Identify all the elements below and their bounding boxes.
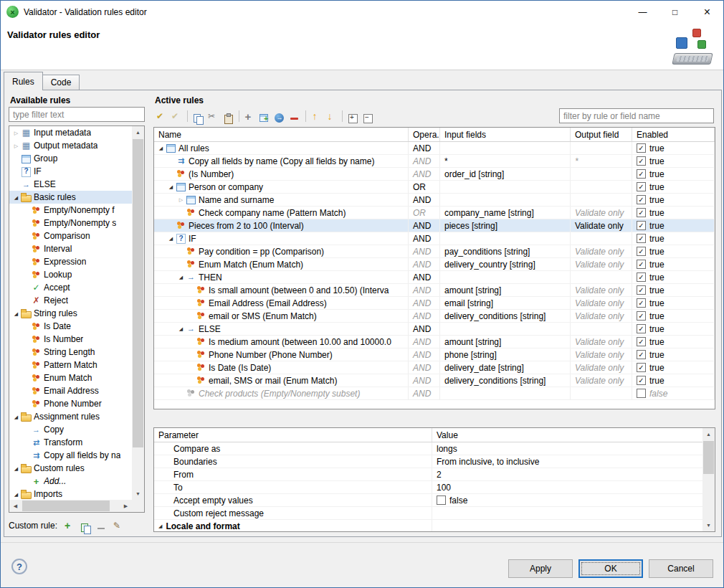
tree-horizontal-scrollbar[interactable]: ◀ ▶ <box>9 500 132 512</box>
copy-rule-button[interactable] <box>191 110 204 123</box>
rule-enabled-checkbox[interactable]: ✓ <box>637 285 646 295</box>
rule-row[interactable]: Check company name (Pattern Match)ORcomp… <box>154 207 715 219</box>
column-header[interactable]: Enabled <box>632 128 715 141</box>
scroll-up-icon[interactable]: ▲ <box>702 428 715 440</box>
column-header-parameter[interactable]: Parameter <box>154 428 432 442</box>
rule-row[interactable]: Phone Number (Phone Number)ANDphone [str… <box>154 348 715 361</box>
rule-row[interactable]: ◢All rulesAND✓true <box>154 142 715 155</box>
tree-expander-icon[interactable]: ▷ <box>11 143 21 148</box>
tree-item[interactable]: Add... <box>9 475 132 488</box>
rule-enabled-checkbox[interactable] <box>637 389 646 398</box>
rule-row[interactable]: Enum Match (Enum Match)ANDdelivery_count… <box>154 258 715 271</box>
tree-item[interactable]: ◢Assignment rules <box>9 410 132 423</box>
tree-item[interactable]: Accept <box>9 281 132 294</box>
active-rules-filter-input[interactable] <box>559 108 714 123</box>
rule-enabled-checkbox[interactable]: ✓ <box>637 363 646 372</box>
parameter-row[interactable]: Compare aslongs <box>154 442 715 455</box>
rule-row[interactable]: email, SMS or mail (Enum Match)ANDdelive… <box>154 374 715 387</box>
tree-item[interactable]: Empty/Nonempty s <box>9 217 132 229</box>
add-rule-button[interactable] <box>242 110 256 123</box>
tree-item[interactable]: Group <box>9 152 132 165</box>
rule-enabled-checkbox[interactable]: ✓ <box>637 208 646 217</box>
rule-enabled-checkbox[interactable]: ✓ <box>637 221 646 230</box>
rule-enabled-checkbox[interactable]: ✓ <box>637 195 646 204</box>
ok-button[interactable]: OK <box>578 559 643 578</box>
scroll-down-icon[interactable]: ▼ <box>132 488 144 500</box>
tab-rules[interactable]: Rules <box>4 72 43 90</box>
rule-enabled-checkbox[interactable]: ✓ <box>637 247 646 256</box>
rule-row[interactable]: Is Date (Is Date)ANDdelivery_date [strin… <box>154 361 715 374</box>
tree-item[interactable]: Lookup <box>9 268 132 281</box>
close-button[interactable]: × <box>691 1 723 23</box>
column-header[interactable]: Opera... <box>409 128 440 141</box>
tree-vertical-scrollbar[interactable]: ▲ ▼ <box>132 126 144 500</box>
tree-hscroll-thumb[interactable] <box>22 501 110 511</box>
rule-row[interactable]: ▷Name and surnameAND✓true <box>154 194 715 207</box>
parameter-row[interactable]: Custom reject message <box>154 507 715 520</box>
tree-item[interactable]: Expression <box>9 255 132 268</box>
column-header-value[interactable]: Value <box>432 428 715 442</box>
available-rules-filter-input[interactable] <box>9 107 145 122</box>
apply-button[interactable]: Apply <box>508 559 573 578</box>
tree-item[interactable]: ◢Custom rules <box>9 462 132 475</box>
scroll-right-icon[interactable]: ▶ <box>120 500 132 512</box>
rule-enabled-checkbox[interactable]: ✓ <box>637 337 646 346</box>
tree-item[interactable]: Transform <box>9 436 132 449</box>
tree-expander-icon[interactable]: ◢ <box>11 466 21 471</box>
rule-row[interactable]: (Is Number)ANDorder_id [string]✓true <box>154 168 715 181</box>
tree-item[interactable]: Comparison <box>9 229 132 242</box>
expand-all-button[interactable] <box>346 110 359 123</box>
rule-enabled-checkbox[interactable]: ✓ <box>637 298 646 308</box>
rule-row[interactable]: Copy all fields by name (Copy all fields… <box>154 155 715 168</box>
rule-row[interactable]: Check products (Empty/Nonempty subset)AN… <box>154 387 715 400</box>
available-rules-tree[interactable]: ▷Input metadata▷Output metadataGroupIFEL… <box>9 126 132 500</box>
minimize-button[interactable]: — <box>627 1 659 23</box>
tree-item[interactable]: String Length <box>9 346 132 359</box>
parameters-vertical-scrollbar[interactable]: ▲ ▼ <box>702 428 715 531</box>
row-expander-icon[interactable]: ◢ <box>166 184 176 189</box>
collapse-all-button[interactable] <box>361 110 374 123</box>
rule-enabled-checkbox[interactable]: ✓ <box>637 182 646 191</box>
parameter-row[interactable]: ◢Locale and format <box>154 520 715 532</box>
parameter-row[interactable]: Accept empty valuesfalse <box>154 494 715 507</box>
tree-expander-icon[interactable]: ◢ <box>11 492 21 497</box>
remove-custom-rule-button[interactable] <box>95 519 108 533</box>
tree-item[interactable]: Reject <box>9 294 132 307</box>
tree-item[interactable]: Interval <box>9 242 132 255</box>
scroll-down-icon[interactable]: ▼ <box>702 519 715 531</box>
tree-item[interactable]: ◢Basic rules <box>9 191 132 204</box>
parameter-row[interactable]: BoundariesFrom inclusive, to inclusive <box>154 455 715 468</box>
row-expander-icon[interactable]: ◢ <box>156 146 166 151</box>
rule-row[interactable]: Pieces from 2 to 100 (Interval)ANDpieces… <box>154 219 715 232</box>
rule-row[interactable]: ◢THENAND✓true <box>154 271 715 284</box>
tree-item[interactable]: IF <box>9 165 132 178</box>
tree-item[interactable]: Enum Match <box>9 371 132 384</box>
rule-enabled-checkbox[interactable]: ✓ <box>637 350 646 359</box>
rule-row[interactable]: Pay condition = pp (Comparison)ANDpay_co… <box>154 245 715 258</box>
tree-item[interactable]: Empty/Nonempty f <box>9 204 132 217</box>
rule-enabled-checkbox[interactable]: ✓ <box>637 272 646 282</box>
rule-enabled-checkbox[interactable]: ✓ <box>637 169 646 179</box>
rule-wizard-button[interactable] <box>272 110 286 123</box>
duplicate-custom-rule-button[interactable] <box>78 519 92 533</box>
tree-item[interactable]: ▷Input metadata <box>9 126 132 139</box>
add-group-button[interactable] <box>257 110 271 123</box>
add-custom-rule-button[interactable] <box>62 519 75 533</box>
cancel-button[interactable]: Cancel <box>649 559 713 578</box>
rule-enabled-checkbox[interactable]: ✓ <box>637 234 646 243</box>
rule-enabled-checkbox[interactable]: ✓ <box>637 143 646 153</box>
remove-rule-button[interactable] <box>287 110 301 123</box>
column-header[interactable]: Output field <box>571 128 632 141</box>
move-up-button[interactable] <box>309 110 323 123</box>
enable-rule-button[interactable] <box>154 110 168 123</box>
rule-row[interactable]: ◢Person or companyOR✓true <box>154 181 715 194</box>
tree-expander-icon[interactable]: ◢ <box>11 311 21 316</box>
tree-item[interactable]: ELSE <box>9 178 132 191</box>
rule-row[interactable]: Email Address (Email Address)ANDemail [s… <box>154 297 715 310</box>
section-expander-icon[interactable]: ◢ <box>158 523 162 529</box>
rule-enabled-checkbox[interactable]: ✓ <box>637 156 646 166</box>
tree-expander-icon[interactable]: ◢ <box>11 195 21 200</box>
parameter-row[interactable]: From2 <box>154 468 715 481</box>
rule-enabled-checkbox[interactable]: ✓ <box>637 376 646 385</box>
scroll-left-icon[interactable]: ◀ <box>9 500 22 512</box>
